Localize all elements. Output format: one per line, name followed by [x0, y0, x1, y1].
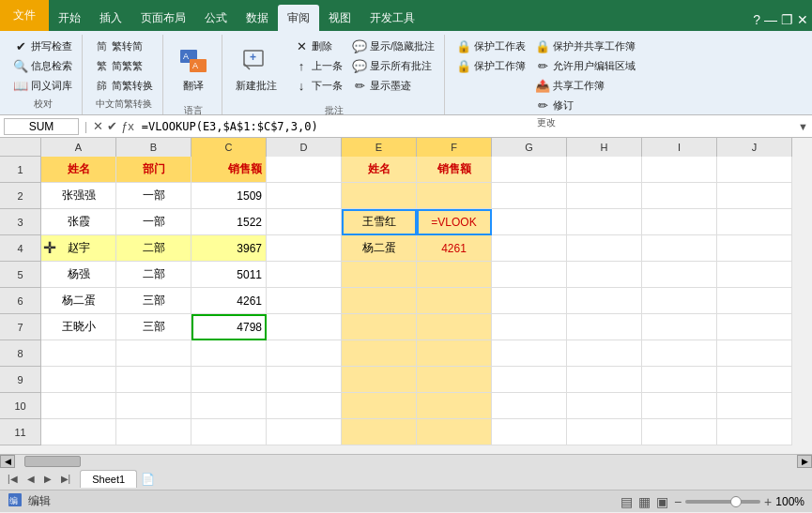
cell-b7[interactable]: 三部 [116, 314, 192, 340]
cell-j4[interactable] [717, 235, 792, 262]
show-all-comments-button[interactable]: 💬 显示所有批注 [348, 56, 438, 75]
cell-j5[interactable] [717, 262, 792, 288]
tab-formula[interactable]: 公式 [195, 5, 237, 31]
cell-f3[interactable]: =VLOOK [417, 209, 492, 235]
cell-f5[interactable] [417, 262, 492, 288]
cell-c8[interactable] [192, 340, 267, 367]
cell-a3[interactable]: 张霞 [41, 209, 116, 235]
sheet-nav-prev[interactable]: ◀ [23, 472, 38, 486]
cell-c10[interactable] [192, 393, 267, 419]
cell-e11[interactable] [342, 419, 417, 445]
cell-f9[interactable] [417, 367, 492, 393]
cell-e5[interactable] [342, 262, 417, 288]
cell-g7[interactable] [492, 314, 567, 340]
cell-h10[interactable] [567, 393, 642, 419]
cancel-formula-icon[interactable]: ✕ [93, 119, 103, 133]
view-page-break-icon[interactable]: ▣ [656, 494, 668, 509]
cell-d2[interactable] [267, 183, 342, 209]
cell-b2[interactable]: 一部 [116, 183, 192, 209]
cell-h8[interactable] [567, 340, 642, 367]
cell-e10[interactable] [342, 393, 417, 419]
cell-c5[interactable]: 5011 [192, 262, 267, 288]
cell-d7[interactable] [267, 314, 342, 340]
translate-button[interactable]: A A 翻译 [171, 37, 216, 102]
sheet-nav-next[interactable]: ▶ [40, 472, 55, 486]
cell-e6[interactable] [342, 288, 417, 314]
cell-g10[interactable] [492, 393, 567, 419]
cell-f2[interactable] [417, 183, 492, 209]
cell-j11[interactable] [717, 419, 792, 445]
tab-insert[interactable]: 插入 [90, 5, 131, 31]
cell-a4[interactable]: 赵宇 ✛ [41, 235, 116, 262]
cell-g8[interactable] [492, 340, 567, 367]
cell-b8[interactable] [116, 340, 192, 367]
cell-j2[interactable] [717, 183, 792, 209]
cell-i6[interactable] [642, 288, 717, 314]
confirm-formula-icon[interactable]: ✔ [107, 119, 117, 133]
tab-developer[interactable]: 开发工具 [360, 5, 424, 31]
cell-d8[interactable] [267, 340, 342, 367]
cell-h11[interactable] [567, 419, 642, 445]
cell-d1[interactable] [267, 157, 342, 183]
protect-workbook-button[interactable]: 🔒 保护工作簿 [452, 56, 529, 75]
zoom-slider[interactable] [685, 500, 760, 504]
cell-e7[interactable] [342, 314, 417, 340]
cell-a5[interactable]: 杨强 [41, 262, 116, 288]
track-changes-button[interactable]: ✏ 修订 [531, 96, 639, 114]
cell-b9[interactable] [116, 367, 192, 393]
scroll-track[interactable] [15, 455, 797, 468]
cell-b3[interactable]: 一部 [116, 209, 192, 235]
cell-f6[interactable] [417, 288, 492, 314]
cell-a10[interactable] [41, 393, 116, 419]
next-comment-button[interactable]: ↓ 下一条 [290, 76, 346, 95]
cell-b11[interactable] [116, 419, 192, 445]
cell-h9[interactable] [567, 367, 642, 393]
cell-i11[interactable] [642, 419, 717, 445]
cell-d4[interactable] [267, 235, 342, 262]
cell-j10[interactable] [717, 393, 792, 419]
cell-b1[interactable]: 部门 [116, 157, 192, 183]
cell-j8[interactable] [717, 340, 792, 367]
cell-h5[interactable] [567, 262, 642, 288]
cell-d11[interactable] [267, 419, 342, 445]
cell-j1[interactable] [717, 157, 792, 183]
delete-comment-button[interactable]: ✕ 删除 [290, 37, 346, 55]
cell-i5[interactable] [642, 262, 717, 288]
scroll-thumb[interactable] [24, 456, 81, 467]
add-sheet-icon[interactable]: 📄 [141, 473, 155, 486]
share-workbook-button[interactable]: 📤 共享工作簿 [531, 76, 639, 95]
cell-c9[interactable] [192, 367, 267, 393]
cell-a11[interactable] [41, 419, 116, 445]
cell-d9[interactable] [267, 367, 342, 393]
sheet-nav-last[interactable]: ▶| [57, 472, 75, 486]
cell-j3[interactable] [717, 209, 792, 235]
thesaurus-button[interactable]: 📖 同义词库 [9, 76, 76, 95]
view-normal-icon[interactable]: ▤ [620, 494, 633, 509]
formula-bar-dropdown[interactable]: ▼ [798, 121, 808, 132]
cell-i7[interactable] [642, 314, 717, 340]
formula-input[interactable]: =VLOOKUP(E3,$A$1:$C$7,3,0) [138, 120, 792, 133]
simp-to-trad-button[interactable]: 繁 简繁繁 [90, 56, 157, 75]
cell-g11[interactable] [492, 419, 567, 445]
cell-h1[interactable] [567, 157, 642, 183]
cell-c1[interactable]: 销售额 [192, 157, 267, 183]
cell-a8[interactable] [41, 340, 116, 367]
sheet-tab-sheet1[interactable]: Sheet1 [80, 470, 137, 488]
cell-g9[interactable] [492, 367, 567, 393]
cell-f1[interactable]: 销售额 [417, 157, 492, 183]
cell-e3[interactable]: 王雪红 [342, 209, 417, 235]
cell-e8[interactable] [342, 340, 417, 367]
cell-c3[interactable]: 1522 [192, 209, 267, 235]
help-icon[interactable]: ? [753, 12, 760, 27]
cell-g5[interactable] [492, 262, 567, 288]
cell-b6[interactable]: 三部 [116, 288, 192, 314]
show-ink-button[interactable]: ✏ 显示墨迹 [348, 76, 438, 95]
research-button[interactable]: 🔍 信息检索 [9, 56, 76, 75]
cell-j7[interactable] [717, 314, 792, 340]
cell-h2[interactable] [567, 183, 642, 209]
scroll-right-btn[interactable]: ▶ [797, 455, 812, 468]
cell-j9[interactable] [717, 367, 792, 393]
tab-data[interactable]: 数据 [237, 5, 278, 31]
cell-d3[interactable] [267, 209, 342, 235]
cell-c7[interactable]: 4798 [192, 314, 267, 340]
